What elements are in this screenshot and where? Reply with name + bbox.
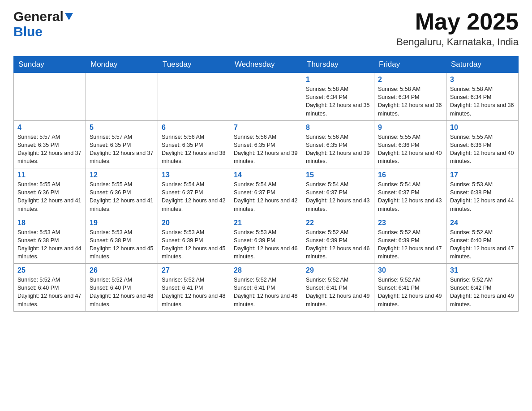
calendar-cell: 8Sunrise: 5:56 AMSunset: 6:35 PMDaylight… <box>302 120 374 168</box>
calendar-week-5: 25Sunrise: 5:52 AMSunset: 6:40 PMDayligh… <box>14 264 519 312</box>
calendar-week-1: 1Sunrise: 5:58 AMSunset: 6:34 PMDaylight… <box>14 73 519 121</box>
location-title: Bengaluru, Karnataka, India <box>396 36 519 48</box>
day-header-monday: Monday <box>86 56 158 73</box>
day-info: Sunrise: 5:52 AMSunset: 6:40 PMDaylight:… <box>450 228 515 261</box>
day-number: 10 <box>450 124 515 132</box>
calendar-cell: 1Sunrise: 5:58 AMSunset: 6:34 PMDaylight… <box>302 73 374 121</box>
day-header-saturday: Saturday <box>446 56 519 73</box>
calendar-cell: 7Sunrise: 5:56 AMSunset: 6:35 PMDaylight… <box>230 120 302 168</box>
day-number: 29 <box>306 266 370 274</box>
day-info: Sunrise: 5:54 AMSunset: 6:37 PMDaylight:… <box>378 180 442 213</box>
title-block: May 2025 Bengaluru, Karnataka, India <box>396 9 519 48</box>
day-info: Sunrise: 5:55 AMSunset: 6:36 PMDaylight:… <box>378 133 442 166</box>
calendar-cell: 5Sunrise: 5:57 AMSunset: 6:35 PMDaylight… <box>86 120 158 168</box>
day-header-wednesday: Wednesday <box>230 56 302 73</box>
day-number: 11 <box>17 171 82 179</box>
day-info: Sunrise: 5:52 AMSunset: 6:39 PMDaylight:… <box>306 228 370 261</box>
calendar-cell: 22Sunrise: 5:52 AMSunset: 6:39 PMDayligh… <box>302 216 374 264</box>
day-info: Sunrise: 5:52 AMSunset: 6:41 PMDaylight:… <box>378 276 442 308</box>
logo-triangle-icon <box>65 13 73 20</box>
day-header-thursday: Thursday <box>302 56 374 73</box>
day-info: Sunrise: 5:54 AMSunset: 6:37 PMDaylight:… <box>162 180 226 213</box>
calendar-cell: 25Sunrise: 5:52 AMSunset: 6:40 PMDayligh… <box>14 264 86 312</box>
calendar-cell: 10Sunrise: 5:55 AMSunset: 6:36 PMDayligh… <box>446 120 519 168</box>
day-info: Sunrise: 5:53 AMSunset: 6:38 PMDaylight:… <box>17 228 82 261</box>
calendar-cell: 4Sunrise: 5:57 AMSunset: 6:35 PMDaylight… <box>14 120 86 168</box>
day-number: 13 <box>162 171 226 179</box>
day-number: 31 <box>450 266 515 274</box>
day-number: 25 <box>17 266 82 274</box>
day-number: 5 <box>90 124 154 132</box>
day-info: Sunrise: 5:55 AMSunset: 6:36 PMDaylight:… <box>450 133 515 166</box>
day-number: 14 <box>234 171 298 179</box>
day-info: Sunrise: 5:52 AMSunset: 6:41 PMDaylight:… <box>162 276 226 308</box>
day-info: Sunrise: 5:52 AMSunset: 6:39 PMDaylight:… <box>378 228 442 261</box>
calendar-cell: 17Sunrise: 5:53 AMSunset: 6:38 PMDayligh… <box>446 168 519 216</box>
svg-marker-0 <box>65 13 73 20</box>
calendar-cell <box>230 73 302 121</box>
day-info: Sunrise: 5:56 AMSunset: 6:35 PMDaylight:… <box>234 133 298 166</box>
calendar-cell: 30Sunrise: 5:52 AMSunset: 6:41 PMDayligh… <box>374 264 446 312</box>
day-info: Sunrise: 5:58 AMSunset: 6:34 PMDaylight:… <box>450 85 515 118</box>
calendar-cell: 23Sunrise: 5:52 AMSunset: 6:39 PMDayligh… <box>374 216 446 264</box>
calendar-cell: 12Sunrise: 5:55 AMSunset: 6:36 PMDayligh… <box>86 168 158 216</box>
calendar-cell: 27Sunrise: 5:52 AMSunset: 6:41 PMDayligh… <box>158 264 230 312</box>
day-number: 2 <box>378 76 442 84</box>
day-info: Sunrise: 5:52 AMSunset: 6:41 PMDaylight:… <box>306 276 370 308</box>
page-header: General Blue May 2025 Bengaluru, Karnata… <box>13 9 519 48</box>
day-info: Sunrise: 5:58 AMSunset: 6:34 PMDaylight:… <box>306 85 370 118</box>
calendar-cell: 20Sunrise: 5:53 AMSunset: 6:39 PMDayligh… <box>158 216 230 264</box>
day-info: Sunrise: 5:54 AMSunset: 6:37 PMDaylight:… <box>234 180 298 213</box>
day-info: Sunrise: 5:52 AMSunset: 6:42 PMDaylight:… <box>450 276 515 308</box>
calendar-cell: 24Sunrise: 5:52 AMSunset: 6:40 PMDayligh… <box>446 216 519 264</box>
day-number: 4 <box>17 124 82 132</box>
calendar-cell: 16Sunrise: 5:54 AMSunset: 6:37 PMDayligh… <box>374 168 446 216</box>
day-header-sunday: Sunday <box>14 56 86 73</box>
day-number: 8 <box>306 124 370 132</box>
calendar-cell: 11Sunrise: 5:55 AMSunset: 6:36 PMDayligh… <box>14 168 86 216</box>
calendar-cell: 3Sunrise: 5:58 AMSunset: 6:34 PMDaylight… <box>446 73 519 121</box>
day-info: Sunrise: 5:57 AMSunset: 6:35 PMDaylight:… <box>17 133 82 166</box>
day-number: 21 <box>234 219 298 227</box>
calendar-cell <box>86 73 158 121</box>
calendar-header-row: SundayMondayTuesdayWednesdayThursdayFrid… <box>14 56 519 73</box>
calendar-cell: 13Sunrise: 5:54 AMSunset: 6:37 PMDayligh… <box>158 168 230 216</box>
day-number: 16 <box>378 171 442 179</box>
day-number: 3 <box>450 76 515 84</box>
calendar-cell: 18Sunrise: 5:53 AMSunset: 6:38 PMDayligh… <box>14 216 86 264</box>
day-info: Sunrise: 5:55 AMSunset: 6:36 PMDaylight:… <box>17 180 82 213</box>
day-number: 22 <box>306 219 370 227</box>
calendar-cell: 29Sunrise: 5:52 AMSunset: 6:41 PMDayligh… <box>302 264 374 312</box>
calendar-cell <box>14 73 86 121</box>
day-info: Sunrise: 5:52 AMSunset: 6:40 PMDaylight:… <box>90 276 154 308</box>
day-info: Sunrise: 5:56 AMSunset: 6:35 PMDaylight:… <box>306 133 370 166</box>
logo-general: General <box>13 9 64 24</box>
day-number: 26 <box>90 266 154 274</box>
day-info: Sunrise: 5:52 AMSunset: 6:41 PMDaylight:… <box>234 276 298 308</box>
calendar-cell: 6Sunrise: 5:56 AMSunset: 6:35 PMDaylight… <box>158 120 230 168</box>
day-number: 27 <box>162 266 226 274</box>
day-number: 17 <box>450 171 515 179</box>
day-info: Sunrise: 5:53 AMSunset: 6:39 PMDaylight:… <box>162 228 226 261</box>
day-number: 19 <box>90 219 154 227</box>
day-info: Sunrise: 5:54 AMSunset: 6:37 PMDaylight:… <box>306 180 370 213</box>
day-header-friday: Friday <box>374 56 446 73</box>
day-info: Sunrise: 5:58 AMSunset: 6:34 PMDaylight:… <box>378 85 442 118</box>
day-number: 18 <box>17 219 82 227</box>
day-info: Sunrise: 5:53 AMSunset: 6:38 PMDaylight:… <box>450 180 515 213</box>
day-info: Sunrise: 5:55 AMSunset: 6:36 PMDaylight:… <box>90 180 154 213</box>
month-title: May 2025 <box>396 9 519 34</box>
calendar-cell: 19Sunrise: 5:53 AMSunset: 6:38 PMDayligh… <box>86 216 158 264</box>
logo-blue: Blue <box>13 24 43 39</box>
calendar-table: SundayMondayTuesdayWednesdayThursdayFrid… <box>13 56 519 312</box>
day-number: 15 <box>306 171 370 179</box>
day-number: 12 <box>90 171 154 179</box>
day-number: 30 <box>378 266 442 274</box>
calendar-cell: 2Sunrise: 5:58 AMSunset: 6:34 PMDaylight… <box>374 73 446 121</box>
calendar-cell: 28Sunrise: 5:52 AMSunset: 6:41 PMDayligh… <box>230 264 302 312</box>
day-number: 20 <box>162 219 226 227</box>
calendar-cell: 31Sunrise: 5:52 AMSunset: 6:42 PMDayligh… <box>446 264 519 312</box>
calendar-cell: 26Sunrise: 5:52 AMSunset: 6:40 PMDayligh… <box>86 264 158 312</box>
calendar-week-3: 11Sunrise: 5:55 AMSunset: 6:36 PMDayligh… <box>14 168 519 216</box>
day-number: 23 <box>378 219 442 227</box>
